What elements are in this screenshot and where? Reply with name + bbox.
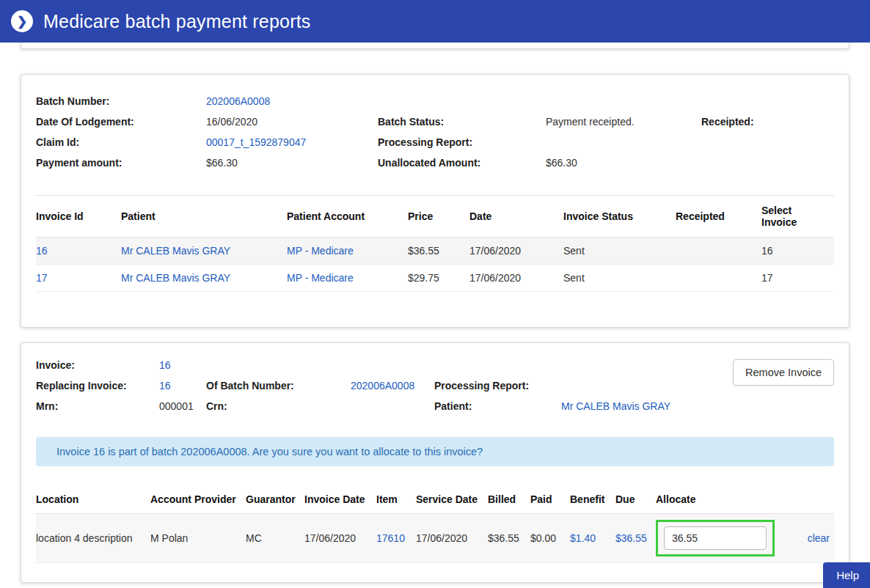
patient-account-link[interactable]: MP - Medicare xyxy=(287,245,354,257)
invoice-receipted xyxy=(670,238,756,265)
allocation-account-provider: M Polan xyxy=(146,514,241,563)
page-title: Medicare batch payment reports xyxy=(43,11,311,32)
invoice-table-header-row: Invoice Id Patient Patient Account Price… xyxy=(36,196,834,238)
allocation-table: Location Account Provider Guarantor Invo… xyxy=(36,485,834,563)
allocation-guarantor: MC xyxy=(241,514,300,563)
patient-link[interactable]: Mr CALEB Mavis GRAY xyxy=(121,245,230,257)
invoice-status: Sent xyxy=(558,238,670,265)
col-paid: Paid xyxy=(526,485,566,514)
invoice-date: 17/06/2020 xyxy=(464,238,558,265)
clear-allocation-link[interactable]: clear xyxy=(808,532,830,544)
allocation-service-date: 17/06/2020 xyxy=(412,514,483,563)
replacing-invoice-link[interactable]: 16 xyxy=(159,380,171,392)
detail-processing-report-label: Processing Report: xyxy=(434,375,561,396)
batch-fields-grid: Batch Number: 202006A0008 Date Of Lodgem… xyxy=(36,91,834,173)
scrolled-card-bottom-edge xyxy=(21,43,849,49)
receipted-label: Receipted: xyxy=(701,111,834,132)
batch-status-label: Batch Status: xyxy=(378,111,546,132)
col-select-invoice: Select Invoice xyxy=(756,196,834,238)
col-due: Due xyxy=(611,485,651,514)
mrn-label: Mrn: xyxy=(36,396,159,416)
col-location: Location xyxy=(36,485,146,514)
chevron-right-circle-icon[interactable]: ❯ xyxy=(11,10,33,32)
date-of-lodgement-label: Date Of Lodgement: xyxy=(36,111,206,132)
allocate-input-highlight xyxy=(656,520,775,556)
invoice-date: 17/06/2020 xyxy=(464,265,558,292)
col-service-date: Service Date xyxy=(412,485,483,514)
invoice-label: Invoice: xyxy=(36,355,159,375)
patient-account-link[interactable]: MP - Medicare xyxy=(287,272,354,284)
allocation-confirm-alert: Invoice 16 is part of batch 202006A0008.… xyxy=(36,437,834,466)
invoice-table-row: 17 Mr CALEB Mavis GRAY MP - Medicare $29… xyxy=(36,265,834,292)
invoice-price: $36.55 xyxy=(402,238,464,265)
batch-status-value: Payment receipted. xyxy=(546,111,701,132)
invoice-receipted xyxy=(670,265,756,292)
batch-number-link[interactable]: 202006A0008 xyxy=(206,95,270,107)
col-benefit: Benefit xyxy=(566,485,611,514)
item-link[interactable]: 17610 xyxy=(376,532,405,544)
allocation-billed: $36.55 xyxy=(483,514,526,563)
crn-label: Crn: xyxy=(206,396,351,416)
due-link[interactable]: $36.55 xyxy=(615,532,647,544)
invoice-link[interactable]: 16 xyxy=(159,359,171,371)
benefit-link[interactable]: $1.40 xyxy=(570,532,596,544)
col-patient: Patient xyxy=(115,196,281,238)
date-of-lodgement-value: 16/06/2020 xyxy=(206,111,378,132)
invoice-id-link[interactable]: 17 xyxy=(36,272,48,284)
invoice-id-link[interactable]: 16 xyxy=(36,245,48,257)
app-header: ❯ Medicare batch payment reports xyxy=(0,0,870,43)
remove-invoice-button[interactable]: Remove Invoice xyxy=(733,359,834,386)
crn-value xyxy=(351,396,434,416)
invoice-table: Invoice Id Patient Patient Account Price… xyxy=(36,195,834,292)
select-invoice[interactable]: 16 xyxy=(756,238,834,265)
unallocated-amount-label: Unallocated Amount: xyxy=(378,152,546,173)
col-invoice-status: Invoice Status xyxy=(558,196,670,238)
processing-report-value xyxy=(546,132,701,152)
invoice-status: Sent xyxy=(558,265,670,292)
allocation-invoice-date: 17/06/2020 xyxy=(300,514,372,563)
allocation-location: location 4 description xyxy=(36,514,146,563)
of-batch-number-label: Of Batch Number: xyxy=(206,375,351,396)
col-date: Date xyxy=(464,196,558,238)
allocate-amount-input[interactable] xyxy=(664,526,767,550)
payment-amount-value: $66.30 xyxy=(206,152,378,173)
processing-report-label: Processing Report: xyxy=(378,132,546,152)
claim-id-label: Claim Id: xyxy=(36,132,206,152)
col-invoice-date: Invoice Date xyxy=(300,485,372,514)
invoice-detail-fields-grid: Invoice: 16 Replacing Invoice: 16 Of Bat… xyxy=(36,355,834,416)
help-button[interactable]: Help xyxy=(823,562,870,588)
replacing-invoice-label: Replacing Invoice: xyxy=(36,375,159,396)
batch-number-label: Batch Number: xyxy=(36,91,206,111)
patient-link[interactable]: Mr CALEB Mavis GRAY xyxy=(121,272,230,284)
select-invoice[interactable]: 17 xyxy=(756,265,834,292)
allocation-table-header-row: Location Account Provider Guarantor Invo… xyxy=(36,485,834,514)
batch-details-card: Batch Number: 202006A0008 Date Of Lodgem… xyxy=(21,74,849,328)
col-billed: Billed xyxy=(483,485,526,514)
col-item: Item xyxy=(372,485,412,514)
col-account-provider: Account Provider xyxy=(146,485,241,514)
allocation-row: location 4 description M Polan MC 17/06/… xyxy=(36,514,834,563)
of-batch-number-link[interactable]: 202006A0008 xyxy=(351,380,414,392)
payment-amount-label: Payment amount: xyxy=(36,152,206,173)
mrn-value: 000001 xyxy=(159,396,206,416)
patient-label: Patient: xyxy=(434,396,561,416)
col-clear xyxy=(777,485,834,514)
unallocated-amount-value: $66.30 xyxy=(546,152,701,173)
col-invoice-id: Invoice Id xyxy=(36,196,115,238)
invoice-table-row: 16 Mr CALEB Mavis GRAY MP - Medicare $36… xyxy=(36,238,834,265)
col-patient-account: Patient Account xyxy=(281,196,402,238)
col-allocate: Allocate xyxy=(651,485,777,514)
col-price: Price xyxy=(402,196,464,238)
invoice-detail-card: Remove Invoice Invoice: 16 Replacing Inv… xyxy=(21,342,849,583)
allocation-paid: $0.00 xyxy=(526,514,566,563)
col-guarantor: Guarantor xyxy=(241,485,300,514)
detail-patient-link[interactable]: Mr CALEB Mavis GRAY xyxy=(561,400,670,412)
claim-id-link[interactable]: 00017_t_1592879047 xyxy=(206,136,306,148)
invoice-price: $29.75 xyxy=(402,265,464,292)
col-receipted: Receipted xyxy=(670,196,756,238)
page-body: Batch Number: 202006A0008 Date Of Lodgem… xyxy=(0,43,870,583)
